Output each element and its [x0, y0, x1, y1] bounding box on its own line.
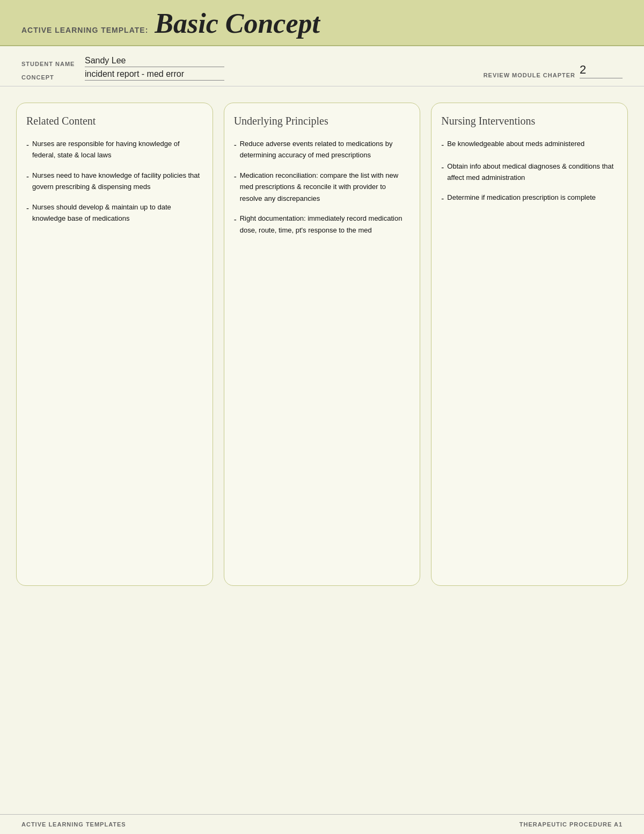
item-text: Determine if medication prescription is … — [447, 192, 596, 206]
concept-value: incident report - med error — [85, 69, 224, 81]
bullet: - — [26, 138, 29, 161]
student-name-label: STUDENT NAME — [21, 61, 80, 67]
item-text: Obtain info about medical diagnoses & co… — [447, 161, 618, 184]
bullet: - — [234, 170, 237, 204]
list-item: - Nurses are responsible for having know… — [26, 138, 203, 161]
footer-right-text: THERAPEUTIC PROCEDURE A1 — [519, 821, 623, 828]
item-text: Medication reconciliation: compare the l… — [240, 170, 411, 204]
template-label: ACTIVE LEARNING TEMPLATE: — [21, 26, 148, 34]
info-right: REVIEW MODULE CHAPTER 2 — [484, 63, 623, 81]
bullet: - — [234, 213, 237, 236]
list-item: - Determine if medication prescription i… — [441, 192, 618, 206]
nursing-interventions-title: Nursing Interventions — [441, 115, 618, 127]
page-footer: ACTIVE LEARNING TEMPLATES THERAPEUTIC PR… — [0, 814, 644, 834]
footer-left-text: ACTIVE LEARNING TEMPLATES — [21, 821, 126, 828]
list-item: - Obtain info about medical diagnoses & … — [441, 161, 618, 184]
main-content: Related Content - Nurses are responsible… — [0, 86, 644, 597]
concept-field: CONCEPT incident report - med error — [21, 69, 247, 81]
list-item: - Be knowledgeable about meds administer… — [441, 138, 618, 152]
list-item: - Nurses should develop & maintain up to… — [26, 201, 203, 224]
underlying-principles-body: - Reduce adverse events related to medic… — [234, 138, 411, 236]
bullet: - — [234, 138, 237, 161]
nursing-interventions-body: - Be knowledgeable about meds administer… — [441, 138, 618, 206]
bullet: - — [26, 201, 29, 224]
bullet: - — [441, 192, 444, 206]
item-text: Nurses need to have knowledge of facilit… — [32, 170, 203, 193]
item-text: Nurses should develop & maintain up to d… — [32, 201, 203, 224]
item-text: Right documentation: immediately record … — [240, 213, 411, 236]
bullet: - — [441, 138, 444, 152]
related-content-column: Related Content - Nurses are responsible… — [16, 103, 213, 586]
template-title: Basic Concept — [155, 10, 320, 38]
bullet: - — [441, 161, 444, 184]
item-text: Be knowledgeable about meds administered — [447, 138, 584, 152]
student-name-field: STUDENT NAME Sandy Lee — [21, 56, 247, 67]
related-content-title: Related Content — [26, 115, 203, 127]
info-left: STUDENT NAME Sandy Lee CONCEPT incident … — [21, 56, 247, 81]
list-item: - Reduce adverse events related to medic… — [234, 138, 411, 161]
review-module-label: REVIEW MODULE CHAPTER — [484, 72, 575, 78]
student-name-value: Sandy Lee — [85, 56, 224, 67]
item-text: Reduce adverse events related to medicat… — [240, 138, 411, 161]
underlying-principles-title: Underlying Principles — [234, 115, 411, 127]
item-text: Nurses are responsible for having knowle… — [32, 138, 203, 161]
concept-label: CONCEPT — [21, 74, 80, 81]
underlying-principles-column: Underlying Principles - Reduce adverse e… — [224, 103, 421, 586]
list-item: - Right documentation: immediately recor… — [234, 213, 411, 236]
related-content-body: - Nurses are responsible for having know… — [26, 138, 203, 224]
list-item: - Nurses need to have knowledge of facil… — [26, 170, 203, 193]
review-module-value: 2 — [580, 63, 623, 78]
nursing-interventions-column: Nursing Interventions - Be knowledgeable… — [431, 103, 628, 586]
student-info-row: STUDENT NAME Sandy Lee CONCEPT incident … — [0, 46, 644, 86]
bullet: - — [26, 170, 29, 193]
list-item: - Medication reconciliation: compare the… — [234, 170, 411, 204]
page-header: ACTIVE LEARNING TEMPLATE: Basic Concept — [0, 0, 644, 46]
